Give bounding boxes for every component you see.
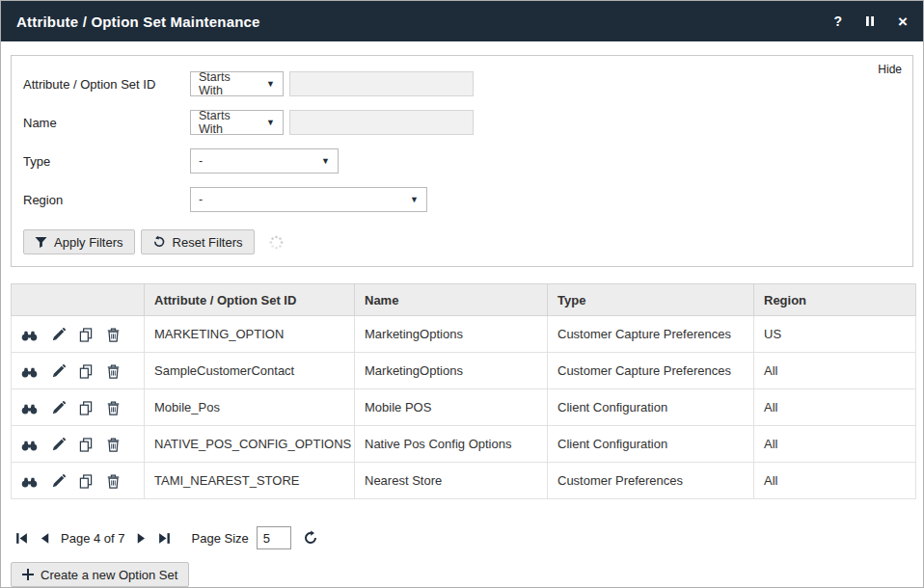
copy-icon[interactable]	[79, 364, 93, 379]
titlebar: Attribute / Option Set Maintenance ? ×	[1, 1, 923, 41]
reset-filters-label: Reset Filters	[173, 235, 243, 250]
filter-actions: Apply Filters Reset Filters	[23, 229, 901, 254]
edit-pencil-icon[interactable]	[52, 328, 66, 341]
hide-filters-link[interactable]: Hide	[878, 63, 902, 76]
results-table: Attribute / Option Set ID Name Type Regi…	[11, 283, 916, 499]
copy-icon[interactable]	[79, 401, 93, 415]
first-page-icon[interactable]	[14, 531, 29, 546]
cell-id: Mobile_Pos	[145, 389, 355, 426]
filter-row-attribute-id: Attribute / Option Set ID Starts With ▼	[23, 71, 901, 96]
page-indicator: Page 4 of 7	[61, 531, 125, 546]
column-header-name: Name	[355, 284, 548, 316]
view-binoculars-icon[interactable]	[21, 402, 38, 414]
cell-region: All	[754, 426, 916, 463]
cell-name: Mobile POS	[355, 389, 548, 426]
pagination-bar: Page 4 of 7 Page Size	[14, 526, 913, 549]
page-title: Attribute / Option Set Maintenance	[16, 13, 260, 30]
view-binoculars-icon[interactable]	[21, 365, 38, 378]
view-binoculars-icon[interactable]	[21, 475, 38, 488]
cell-id: MARKETING_OPTION	[145, 316, 355, 353]
table-header-row: Attribute / Option Set ID Name Type Regi…	[12, 284, 916, 316]
attribute-id-operator-value: Starts With	[199, 70, 257, 97]
cell-region: US	[754, 316, 916, 353]
cell-type: Customer Preferences	[548, 463, 754, 499]
view-binoculars-icon[interactable]	[21, 329, 38, 341]
delete-trash-icon[interactable]	[107, 401, 120, 415]
table-row: SampleCustomerContact MarketingOptions C…	[12, 353, 916, 389]
cell-region: All	[754, 463, 916, 499]
region-select[interactable]: - ▼	[190, 187, 427, 212]
help-icon[interactable]: ?	[834, 14, 843, 28]
delete-trash-icon[interactable]	[107, 438, 120, 452]
cell-type: Customer Capture Preferences	[548, 316, 754, 353]
table-row: TAMI_NEAREST_STORE Nearest Store Custome…	[12, 463, 916, 499]
name-filter-input[interactable]	[289, 110, 474, 135]
edit-pencil-icon[interactable]	[52, 364, 66, 378]
footer-bar: Create a new Option Set	[11, 562, 913, 587]
reset-icon	[152, 235, 166, 249]
edit-pencil-icon[interactable]	[52, 474, 66, 488]
pause-icon[interactable]	[865, 15, 875, 27]
name-filter-label: Name	[23, 116, 190, 130]
reset-filters-button[interactable]: Reset Filters	[141, 229, 255, 254]
actions-column-header	[12, 284, 145, 316]
cell-type: Client Configuration	[548, 389, 754, 426]
refresh-icon[interactable]	[303, 530, 318, 546]
filter-funnel-icon	[35, 236, 47, 249]
cell-id: SampleCustomerContact	[145, 353, 355, 389]
chevron-down-icon: ▼	[321, 156, 330, 166]
cell-type: Customer Capture Preferences	[548, 353, 754, 389]
table-row: MARKETING_OPTION MarketingOptions Custom…	[12, 316, 916, 353]
copy-icon[interactable]	[79, 438, 93, 452]
table-row: NATIVE_POS_CONFIG_OPTIONS Native Pos Con…	[12, 426, 916, 463]
copy-icon[interactable]	[79, 328, 93, 342]
chevron-down-icon: ▼	[266, 79, 275, 89]
type-filter-label: Type	[23, 154, 190, 169]
cell-region: All	[754, 389, 916, 426]
delete-trash-icon[interactable]	[107, 474, 120, 489]
chevron-down-icon: ▼	[410, 195, 419, 204]
table-row: Mobile_Pos Mobile POS Client Configurati…	[12, 389, 916, 426]
apply-filters-button[interactable]: Apply Filters	[23, 229, 135, 254]
chevron-down-icon: ▼	[266, 118, 275, 127]
cell-name: MarketingOptions	[355, 316, 548, 353]
region-select-value: -	[199, 193, 203, 206]
loading-spinner-icon	[269, 235, 284, 250]
attribute-id-filter-input[interactable]	[289, 71, 474, 96]
row-actions-cell	[12, 389, 145, 426]
filter-row-type: Type - ▼	[23, 148, 901, 174]
app-window: Attribute / Option Set Maintenance ? × H…	[0, 0, 924, 588]
filter-row-name: Name Starts With ▼	[23, 110, 901, 135]
cell-type: Client Configuration	[548, 426, 754, 463]
create-option-set-label: Create a new Option Set	[41, 568, 177, 582]
row-actions-cell	[12, 316, 145, 353]
attribute-id-operator-select[interactable]: Starts With ▼	[190, 71, 284, 96]
previous-page-icon[interactable]	[38, 531, 52, 546]
page-size-input[interactable]	[257, 526, 291, 549]
type-select-value: -	[199, 154, 203, 168]
type-select[interactable]: - ▼	[190, 148, 339, 174]
column-header-id: Attribute / Option Set ID	[145, 284, 355, 316]
cell-id: TAMI_NEAREST_STORE	[145, 463, 355, 499]
edit-pencil-icon[interactable]	[52, 401, 66, 414]
delete-trash-icon[interactable]	[107, 364, 120, 379]
region-filter-label: Region	[23, 193, 190, 207]
edit-pencil-icon[interactable]	[52, 438, 66, 451]
delete-trash-icon[interactable]	[107, 328, 120, 342]
name-operator-select[interactable]: Starts With ▼	[190, 110, 284, 135]
last-page-icon[interactable]	[157, 531, 172, 546]
filter-panel: Hide Attribute / Option Set ID Starts Wi…	[11, 55, 913, 267]
cell-region: All	[754, 353, 916, 389]
cell-name: Nearest Store	[355, 463, 548, 499]
close-icon[interactable]: ×	[898, 13, 908, 30]
row-actions-cell	[12, 426, 145, 463]
column-header-type: Type	[548, 284, 754, 316]
titlebar-actions: ? ×	[834, 13, 909, 30]
row-actions-cell	[12, 353, 145, 389]
row-actions-cell	[12, 463, 145, 499]
next-page-icon[interactable]	[134, 531, 149, 546]
view-binoculars-icon[interactable]	[21, 439, 38, 451]
create-option-set-button[interactable]: Create a new Option Set	[11, 562, 189, 587]
cell-id: NATIVE_POS_CONFIG_OPTIONS	[145, 426, 355, 463]
copy-icon[interactable]	[79, 474, 93, 489]
